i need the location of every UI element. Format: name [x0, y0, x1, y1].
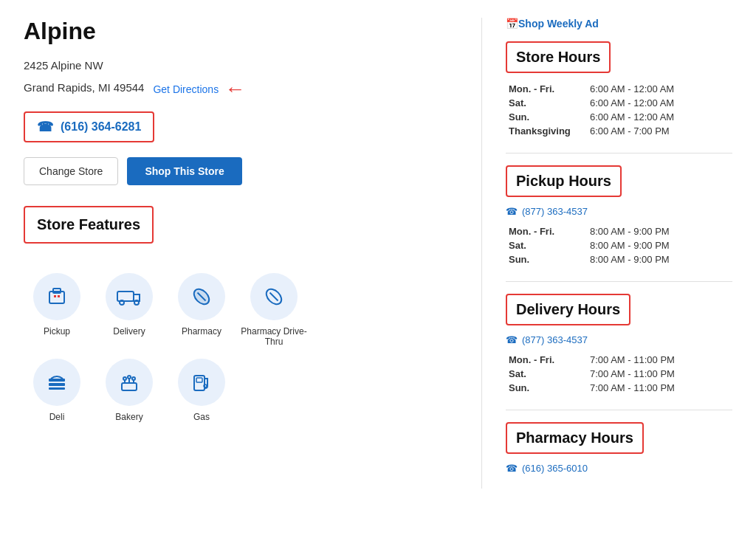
delivery-hours-table: Mon. - Fri. 7:00 AM - 11:00 PM Sat. 7:00… — [506, 353, 732, 395]
pickup-hours-title-box: Pickup Hours — [506, 165, 622, 197]
time-value: 7:00 AM - 11:00 PM — [587, 353, 732, 367]
table-row: Mon. - Fri. 8:00 AM - 9:00 PM — [506, 224, 732, 238]
store-hours-section: Store Hours Mon. - Fri. 6:00 AM - 12:00 … — [506, 41, 732, 138]
arrow-annotation: ← — [224, 77, 245, 101]
table-row: Sun. 6:00 AM - 12:00 AM — [506, 110, 732, 124]
gas-icon — [178, 359, 225, 406]
phone-icon: ☎ — [506, 206, 518, 217]
table-row: Sun. 7:00 AM - 11:00 PM — [506, 381, 732, 395]
bakery-icon — [106, 359, 153, 406]
svg-line-11 — [270, 293, 278, 301]
time-value: 8:00 AM - 9:00 PM — [587, 238, 732, 252]
table-row: Mon. - Fri. 6:00 AM - 12:00 AM — [506, 82, 732, 96]
svg-rect-2 — [54, 295, 56, 297]
change-store-button[interactable]: Change Store — [24, 157, 118, 185]
svg-point-17 — [128, 376, 131, 379]
pharmacy-icon — [178, 273, 225, 320]
deli-label: Deli — [49, 412, 65, 422]
time-value: 7:00 AM - 11:00 PM — [587, 381, 732, 395]
calendar-icon: 📅 — [506, 18, 518, 30]
table-row: Mon. - Fri. 7:00 AM - 11:00 PM — [506, 353, 732, 367]
svg-rect-20 — [196, 378, 202, 382]
pharmacy-drive-thru-label: Pharmacy Drive-Thru — [241, 326, 307, 347]
store-hours-title: Store Hours — [516, 49, 600, 65]
time-value: 8:00 AM - 9:00 PM — [587, 224, 732, 238]
svg-rect-3 — [58, 295, 60, 297]
day-label: Mon. - Fri. — [506, 224, 587, 238]
store-address-line2: Grand Rapids, MI 49544 — [24, 79, 144, 97]
table-row: Sun. 8:00 AM - 9:00 PM — [506, 252, 732, 266]
delivery-label: Delivery — [113, 326, 145, 337]
day-label: Thanksgiving — [506, 124, 587, 138]
time-value: 8:00 AM - 9:00 PM — [587, 252, 732, 266]
pickup-label: Pickup — [44, 326, 70, 337]
bakery-label: Bakery — [115, 412, 142, 422]
divider — [506, 281, 732, 282]
store-features-box: Store Features — [24, 206, 154, 244]
time-value: 6:00 AM - 12:00 AM — [587, 82, 732, 96]
shop-weekly-ad-link[interactable]: 📅 Shop Weekly Ad — [506, 18, 732, 30]
get-directions-link[interactable]: Get Directions — [153, 83, 219, 95]
store-hours-title-box: Store Hours — [506, 41, 611, 73]
shop-weekly-ad-label: Shop Weekly Ad — [518, 18, 599, 30]
store-features-title: Store Features — [37, 216, 140, 232]
time-value: 6:00 AM - 12:00 AM — [587, 96, 732, 110]
pharmacy-hours-title-box: Pharmacy Hours — [506, 422, 644, 454]
deli-icon — [33, 359, 80, 406]
store-hours-table: Mon. - Fri. 6:00 AM - 12:00 AM Sat. 6:00… — [506, 82, 732, 138]
feature-bakery: Bakery — [96, 359, 162, 422]
svg-rect-12 — [49, 379, 65, 382]
day-label: Sun. — [506, 110, 587, 124]
delivery-hours-title: Delivery Hours — [516, 301, 620, 317]
right-panel: 📅 Shop Weekly Ad Store Hours Mon. - Fri.… — [481, 18, 732, 489]
gas-label: Gas — [193, 412, 210, 422]
features-grid-row2: Deli Bakery — [24, 359, 452, 422]
svg-point-6 — [134, 300, 139, 305]
store-address-line1: 2425 Alpine NW — [24, 57, 452, 75]
pharmacy-phone-link[interactable]: ☎ (616) 365-6010 — [506, 463, 732, 474]
pickup-hours-section: Pickup Hours ☎ (877) 363-4537 Mon. - Fri… — [506, 165, 732, 266]
day-label: Sun. — [506, 252, 587, 266]
phone-number: (616) 364-6281 — [61, 120, 141, 134]
left-panel: Alpine 2425 Alpine NW Grand Rapids, MI 4… — [24, 18, 481, 489]
svg-rect-15 — [122, 383, 137, 390]
feature-deli: Deli — [24, 359, 90, 422]
day-label: Mon. - Fri. — [506, 82, 587, 96]
delivery-phone-link[interactable]: ☎ (877) 363-4537 — [506, 334, 732, 345]
feature-pharmacy: Pharmacy — [168, 273, 235, 347]
pharmacy-drive-thru-icon — [250, 273, 298, 320]
shop-this-store-button[interactable]: Shop This Store — [127, 157, 241, 185]
pickup-phone-link[interactable]: ☎ (877) 363-4537 — [506, 206, 732, 217]
pharmacy-hours-title: Pharmacy Hours — [516, 430, 633, 446]
pickup-phone-number: (877) 363-4537 — [522, 206, 588, 217]
pharmacy-phone-number: (616) 365-6010 — [522, 463, 588, 474]
table-row: Sat. 7:00 AM - 11:00 PM — [506, 367, 732, 381]
table-row: Thanksgiving 6:00 AM - 7:00 PM — [506, 124, 732, 138]
pharmacy-hours-section: Pharmacy Hours ☎ (616) 365-6010 — [506, 422, 732, 474]
day-label: Sat. — [506, 367, 587, 381]
action-buttons: Change Store Shop This Store — [24, 157, 452, 185]
features-grid-row1: Pickup Delivery — [24, 273, 452, 347]
table-row: Sat. 8:00 AM - 9:00 PM — [506, 238, 732, 252]
page-container: Alpine 2425 Alpine NW Grand Rapids, MI 4… — [0, 0, 756, 506]
phone-icon: ☎ — [506, 334, 518, 345]
table-row: Sat. 6:00 AM - 12:00 AM — [506, 96, 732, 110]
pharmacy-label: Pharmacy — [182, 326, 221, 337]
pickup-hours-title: Pickup Hours — [516, 173, 611, 189]
delivery-hours-title-box: Delivery Hours — [506, 294, 630, 325]
time-value: 7:00 AM - 11:00 PM — [587, 367, 732, 381]
delivery-hours-section: Delivery Hours ☎ (877) 363-4537 Mon. - F… — [506, 294, 732, 395]
divider — [506, 153, 732, 154]
svg-point-5 — [120, 300, 124, 305]
delivery-phone-number: (877) 363-4537 — [522, 334, 588, 345]
divider — [506, 410, 732, 410]
phone-box[interactable]: ☎ (616) 364-6281 — [24, 111, 154, 142]
address-line2-row: Grand Rapids, MI 49544 Get Directions ← — [24, 77, 452, 101]
svg-point-18 — [132, 377, 135, 380]
svg-point-16 — [123, 377, 126, 380]
time-value: 6:00 AM - 12:00 AM — [587, 110, 732, 124]
day-label: Sat. — [506, 96, 587, 110]
delivery-icon — [106, 273, 153, 320]
svg-rect-4 — [117, 292, 134, 301]
pickup-hours-table: Mon. - Fri. 8:00 AM - 9:00 PM Sat. 8:00 … — [506, 224, 732, 266]
